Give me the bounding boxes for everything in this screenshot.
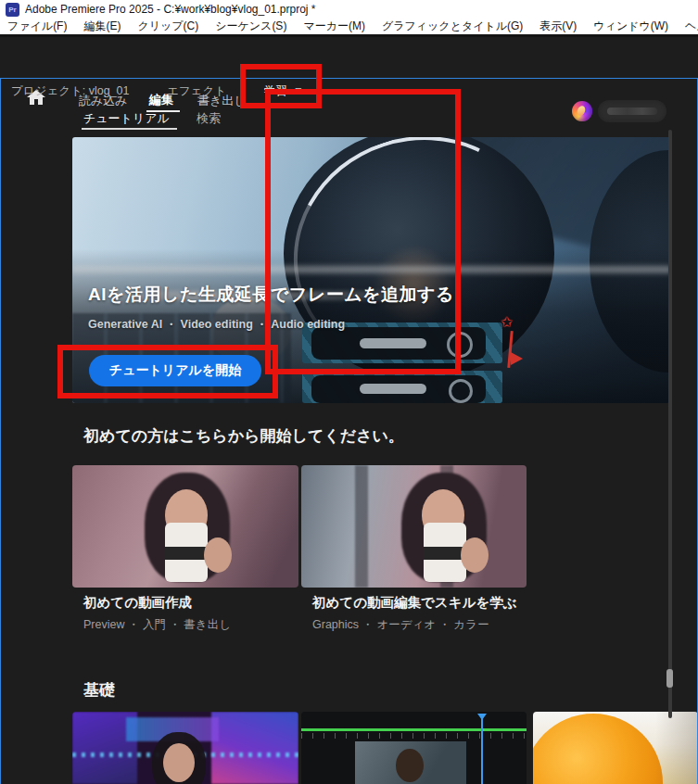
menu-marker[interactable]: マーカー(M) — [303, 19, 365, 34]
card-photo-cup — [165, 523, 208, 582]
panel-tab-project[interactable]: プロジェクト: vlog_01 — [11, 83, 130, 99]
title-bar: Pr Adobe Premiere Pro 2025 - C:¥work¥blo… — [0, 0, 698, 19]
premiere-app-icon: Pr — [6, 3, 19, 17]
tutorial-card-thumbnail[interactable] — [301, 712, 527, 784]
tab-tutorials[interactable]: チュートリアル — [83, 110, 170, 127]
card-photo-window-frame — [355, 465, 368, 588]
menu-clip[interactable]: クリップ(C) — [137, 19, 198, 34]
scrollbar-thumb[interactable] — [666, 669, 673, 688]
thumb-playhead-line — [481, 717, 483, 784]
menu-bar: ファイル(F) 編集(E) クリップ(C) シーケンス(S) マーカー(M) グ… — [0, 19, 698, 37]
menu-edit[interactable]: 編集(E) — [83, 19, 121, 34]
thumb-timeline-green-line — [301, 728, 527, 731]
active-learn-tab-underline — [82, 128, 177, 130]
menu-help[interactable]: ヘルプ(H) — [685, 19, 698, 34]
card-title[interactable]: 初めての動画編集でスキルを学ぶ — [312, 594, 517, 612]
card-title[interactable]: 初めての動画作成 — [83, 594, 192, 612]
hero-title: AIを活用した生成延長でフレームを追加する — [88, 283, 454, 307]
section-heading-getting-started: 初めての方はこちらから開始してください。 — [83, 425, 404, 447]
user-name-redacted — [598, 100, 666, 122]
tutorial-card-thumbnail[interactable] — [533, 712, 698, 784]
tutorial-card-thumbnail[interactable] — [72, 465, 298, 588]
progress-pill — [360, 338, 426, 348]
premiere-pro-window: Pr Adobe Premiere Pro 2025 - C:¥work¥blo… — [0, 0, 698, 784]
progress-pill — [360, 384, 426, 394]
red-playhead-cursor: ✩ — [501, 319, 528, 374]
spinner-icon — [447, 332, 473, 358]
section-heading-basics: 基礎 — [83, 679, 115, 701]
menu-graphics-titles[interactable]: グラフィックとタイトル(G) — [382, 19, 523, 34]
thumb-photo-face — [396, 749, 424, 782]
window-title: Adobe Premiere Pro 2025 - C:¥work¥blog¥v… — [25, 3, 316, 16]
tutorial-card-thumbnail[interactable] — [301, 465, 527, 588]
tutorial-card-thumbnail[interactable] — [72, 712, 298, 784]
menu-file[interactable]: ファイル(F) — [7, 19, 67, 34]
featured-tutorial-hero[interactable]: ✩ AIを活用した生成延長でフレームを追加する Generative AI ・ … — [72, 137, 670, 403]
panel-tab-effects[interactable]: エフェクト — [167, 83, 226, 99]
panel-menu-icon[interactable]: ≡ — [295, 83, 302, 97]
menu-window[interactable]: ウィンドウ(W) — [593, 19, 668, 34]
menu-sequence[interactable]: シーケンス(S) — [215, 19, 286, 34]
account-avatar[interactable] — [572, 101, 592, 121]
scrollbar-track[interactable] — [668, 130, 672, 718]
hero-subtitle: Generative AI ・ Video editing ・ Audio ed… — [88, 317, 345, 333]
card-photo-hand — [204, 537, 232, 573]
spinner-icon — [449, 379, 473, 403]
sparkle-star-icon: ✩ — [501, 313, 513, 331]
card-tags: Graphics ・ オーディオ ・ カラー — [312, 617, 489, 633]
thumb-timeline-ticks — [301, 733, 527, 739]
playhead-arrow-icon — [511, 352, 523, 365]
thumb-photo-orange — [533, 714, 663, 784]
tab-search[interactable]: 検索 — [197, 110, 221, 127]
card-tags: Preview ・ 入門 ・ 書き出し — [83, 617, 231, 633]
generative-extend-bar — [311, 375, 486, 403]
start-tutorial-button[interactable]: チュートリアルを開始 — [89, 355, 261, 386]
menu-view[interactable]: 表示(V) — [539, 19, 577, 34]
workspace-bar: 読み込み 編集 書き出し — [0, 40, 698, 78]
thumb-photo-shadow — [655, 712, 698, 784]
active-panel-underline — [262, 103, 307, 105]
card-photo-cup-band — [165, 547, 208, 560]
thumb-photo-face — [163, 743, 195, 782]
panel-tab-learn[interactable]: 学習 — [264, 83, 287, 99]
card-photo-hand — [461, 537, 489, 573]
